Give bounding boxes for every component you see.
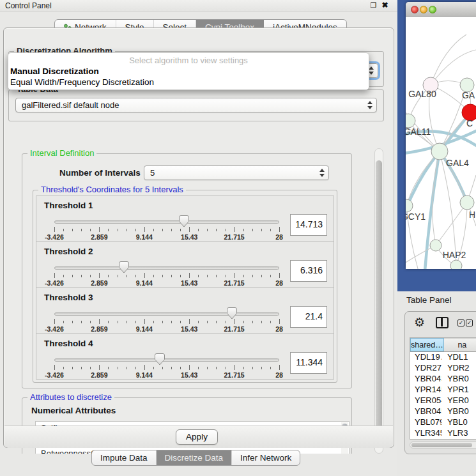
slider-tick [279, 273, 280, 278]
slider-thumb[interactable] [119, 261, 129, 273]
table-row[interactable]: YLR345WYLR3 [410, 428, 476, 439]
network-view-window[interactable]: GAL80GACGAL11GAL4GCY1HHAP2 [406, 2, 476, 269]
slider-thumb[interactable] [179, 215, 189, 227]
network-node-h[interactable] [460, 196, 474, 210]
checked-checkbox-icon[interactable]: ✓ [457, 319, 464, 326]
cell-name[interactable]: YBL0 [441, 417, 476, 428]
network-window-titlebar[interactable] [406, 2, 476, 17]
zoom-traffic-light[interactable] [429, 6, 436, 13]
column-header-shared-name[interactable]: shared… [410, 338, 444, 351]
network-node-gal4[interactable] [431, 143, 448, 160]
node-attribute-table[interactable]: shared… na YDL19…YDL1YDR27…YDR2YBR043CYB… [410, 337, 476, 440]
slider-tick-labels: -3.4262.8599.14415.4321.71528 [54, 325, 279, 333]
table-row[interactable]: YPR145WYPR1 [410, 385, 476, 395]
slider-tick [135, 321, 136, 323]
number-of-intervals-combobox[interactable]: 5 [144, 165, 329, 180]
network-node-gal11[interactable] [406, 114, 415, 128]
slider-tick [90, 229, 91, 231]
cell-name[interactable]: YBR0 [441, 406, 476, 417]
network-node-hap2[interactable] [430, 240, 441, 251]
split-columns-icon[interactable] [436, 317, 449, 328]
table-horizontal-scrollbar[interactable] [410, 441, 476, 449]
network-edge[interactable] [440, 151, 456, 266]
tab-impute-data[interactable]: Impute Data [92, 450, 157, 465]
table-row[interactable]: YIL052CYIL0 [410, 439, 476, 440]
slider-thumb[interactable] [155, 353, 165, 365]
apply-button[interactable]: Apply [176, 429, 218, 445]
settings-vertical-scrollbar[interactable] [374, 148, 383, 454]
table-row[interactable]: YDL19…YDL1 [410, 352, 476, 363]
slider-tick [144, 365, 145, 370]
threshold-value-field[interactable]: 6.316 [290, 260, 327, 282]
network-edge[interactable] [431, 35, 466, 85]
threshold-value-field[interactable]: 14.713 [290, 214, 327, 236]
algorithm-option[interactable]: Manual Discretization [8, 66, 369, 77]
cell-shared-name[interactable]: YIL052C [410, 439, 441, 440]
slider-tick [198, 229, 199, 231]
cell-name[interactable]: YIL0 [441, 439, 476, 440]
cell-name[interactable]: YLR3 [441, 428, 476, 439]
table-row[interactable]: YDR27…YDR2 [410, 363, 476, 374]
slider-tick [162, 275, 163, 277]
table-row[interactable]: YBL079WYBL0 [410, 417, 476, 428]
slider-tick [127, 275, 127, 277]
table-row[interactable]: YBR043CYBR0 [410, 374, 476, 385]
checked-checkbox-icon[interactable]: ✓ [466, 319, 473, 326]
algorithm-option[interactable]: Equal Width/Frequency Discretization [8, 77, 369, 88]
network-node[interactable] [450, 260, 462, 269]
cell-name[interactable]: YER0 [441, 395, 476, 406]
cell-name[interactable]: YDR2 [441, 363, 476, 374]
slider-tick-label: 21.715 [224, 325, 245, 333]
slider-thumb[interactable] [227, 307, 237, 319]
scrollbar-thumb[interactable] [376, 160, 382, 445]
slider-tick [243, 321, 244, 323]
network-node-gcy1[interactable] [406, 199, 413, 212]
slider-track[interactable] [54, 358, 279, 362]
close-panel-button[interactable]: ✖ [380, 1, 390, 10]
slider-tick [108, 275, 109, 277]
table-body: YDL19…YDL1YDR27…YDR2YBR043CYBR0YPR145WYP… [410, 352, 476, 440]
threshold-value-field[interactable]: 11.344 [290, 352, 327, 374]
minimize-traffic-light[interactable] [420, 6, 427, 13]
threshold-label: Threshold 1 [44, 201, 93, 210]
slider-tick [127, 229, 127, 231]
cell-shared-name[interactable]: YDR27… [410, 363, 441, 374]
slider-track[interactable] [54, 266, 279, 270]
cell-shared-name[interactable]: YLR345W [410, 428, 441, 439]
slider-tick-label: 2.859 [91, 371, 107, 379]
slider-tick [216, 275, 217, 277]
cell-shared-name[interactable]: YBR043C [410, 374, 441, 385]
cell-shared-name[interactable]: YPR145W [410, 385, 441, 395]
cell-name[interactable]: YBR0 [441, 374, 476, 385]
tab-infer-network[interactable]: Infer Network [232, 450, 300, 465]
cell-shared-name[interactable]: YDL19… [410, 352, 441, 363]
cell-shared-name[interactable]: YBL079W [410, 417, 441, 428]
cell-shared-name[interactable]: YER054C [410, 395, 441, 406]
network-node-label: GA [462, 90, 475, 100]
float-window-button[interactable]: ❐ [369, 1, 378, 10]
threshold-slider[interactable]: -3.4262.8599.14415.4321.71528 [54, 311, 279, 330]
table-row[interactable]: YBR045CYBR0 [410, 406, 476, 417]
threshold-coordinates-group-label: Threshold's Coordinates for 5 Intervals [38, 185, 186, 194]
cell-name[interactable]: YPR1 [441, 385, 476, 395]
threshold-slider[interactable]: -3.4262.8599.14415.4321.71528 [54, 265, 279, 284]
slider-tick [118, 321, 118, 323]
tab-discretize-data[interactable]: Discretize Data [157, 450, 233, 465]
threshold-value-field[interactable]: 21.4 [290, 306, 327, 328]
scrollbar-thumb[interactable] [411, 443, 472, 447]
column-header-name[interactable]: na [444, 338, 476, 351]
close-traffic-light[interactable] [411, 6, 418, 13]
table-header-row: shared… na [410, 338, 476, 352]
table-data-combobox[interactable]: galFiltered.sif default node [15, 98, 377, 112]
slider-tick [279, 227, 280, 232]
table-row[interactable]: YER054CYER0 [410, 395, 476, 406]
threshold-label: Threshold 3 [44, 293, 93, 302]
threshold-slider[interactable]: -3.4262.8599.14415.4321.71528 [54, 357, 279, 376]
cell-shared-name[interactable]: YBR045C [410, 406, 441, 417]
slider-track[interactable] [54, 312, 279, 316]
network-canvas[interactable]: GAL80GACGAL11GAL4GCY1HHAP2 [406, 17, 476, 269]
gear-icon[interactable]: ⚙ [414, 315, 425, 330]
cell-name[interactable]: YDL1 [441, 352, 476, 363]
slider-track[interactable] [54, 220, 279, 224]
threshold-slider[interactable]: -3.4262.8599.14415.4321.71528 [54, 219, 279, 238]
